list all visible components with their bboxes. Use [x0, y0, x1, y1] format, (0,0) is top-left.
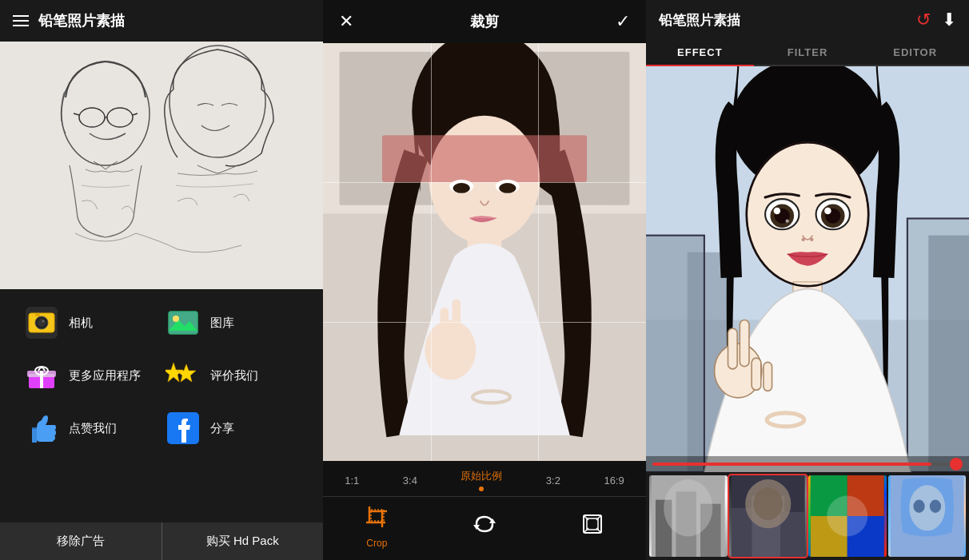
effect-actions: ↺ ⬇: [916, 10, 956, 30]
effect-app-title: 铅笔照片素描: [659, 11, 740, 30]
remove-ads-button[interactable]: 移除广告: [0, 522, 162, 560]
svg-point-69: [774, 208, 780, 214]
ratio-3-2[interactable]: 3:2: [546, 475, 560, 487]
sketch-svg: [0, 42, 323, 289]
svg-point-76: [810, 238, 813, 241]
svg-point-75: [802, 238, 805, 241]
svg-rect-25: [32, 427, 37, 429]
svg-rect-61: [928, 236, 969, 472]
svg-point-36: [499, 183, 516, 193]
action-item-camera[interactable]: 相机: [24, 305, 158, 340]
ratio-bar: 1:1 3:4 原始比例 3:2 16:9: [323, 461, 646, 496]
crop-close-button[interactable]: ✕: [339, 11, 353, 32]
svg-point-70: [785, 220, 788, 223]
more-apps-label: 更多应用程序: [69, 368, 141, 383]
action-item-gallery[interactable]: 图库: [165, 305, 299, 340]
bottom-buttons: 移除广告 购买 Hd Pack: [0, 522, 323, 560]
camera-icon: [24, 305, 59, 340]
crop-tool-rotate[interactable]: [473, 512, 496, 542]
svg-marker-24: [177, 364, 196, 382]
svg-rect-13: [35, 313, 40, 316]
effect-slider-track[interactable]: [652, 463, 963, 466]
thumb-city-comic[interactable]: [729, 475, 808, 557]
undo-button[interactable]: ↺: [916, 10, 931, 30]
svg-rect-41: [464, 333, 473, 363]
tab-editor[interactable]: EDITOR: [861, 40, 969, 65]
like-label: 点赞我们: [69, 421, 117, 436]
gift-icon: [24, 358, 59, 393]
effect-header: 铅笔照片素描 ↺ ⬇: [646, 0, 969, 40]
thumb-bw-city[interactable]: [649, 475, 728, 557]
share-label: 分享: [210, 421, 234, 436]
gallery-label: 图库: [210, 316, 234, 331]
svg-rect-32: [382, 135, 587, 182]
tab-effect[interactable]: EFFECT: [646, 40, 754, 65]
thumb-anime[interactable]: [888, 475, 967, 557]
action-item-like[interactable]: 点赞我们: [24, 411, 158, 446]
crop-image-area[interactable]: [323, 43, 646, 461]
effect-slider-thumb[interactable]: [950, 458, 963, 471]
expand-icon: [580, 512, 604, 542]
effect-main-image: [646, 66, 969, 472]
app-title-left: 铅笔照片素描: [38, 11, 125, 30]
action-grid: 相机 图库: [0, 289, 323, 462]
ratio-active-dot: [479, 487, 484, 491]
rate-label: 评价我们: [210, 368, 258, 383]
thumb-color-pop[interactable]: [808, 475, 887, 557]
svg-rect-40: [452, 299, 461, 341]
crop-confirm-button[interactable]: ✓: [616, 11, 630, 32]
svg-point-101: [827, 496, 867, 537]
svg-rect-79: [728, 328, 738, 369]
action-item-share[interactable]: 分享: [165, 411, 299, 446]
crop-tool-crop[interactable]: Crop: [365, 505, 389, 549]
camera-label: 相机: [69, 316, 93, 331]
svg-rect-81: [752, 358, 761, 390]
tab-filter[interactable]: FILTER: [754, 40, 862, 65]
buy-hd-button[interactable]: 购买 Hd Pack: [162, 522, 324, 560]
rotate-icon: [473, 512, 496, 542]
ratio-3-4[interactable]: 3:4: [403, 475, 417, 487]
effect-slider-row: [646, 456, 969, 472]
ratio-1-1[interactable]: 1:1: [345, 475, 359, 487]
action-item-more-apps[interactable]: 更多应用程序: [24, 358, 158, 393]
svg-point-89: [664, 479, 712, 536]
left-header: 铅笔照片素描: [0, 0, 323, 42]
crop-header: ✕ 裁剪 ✓: [323, 0, 646, 43]
crop-tool-crop-label: Crop: [366, 538, 387, 549]
effect-thumbnails: [646, 472, 969, 560]
svg-rect-39: [440, 308, 449, 346]
facebook-icon: [165, 411, 201, 446]
ratio-16-9[interactable]: 16:9: [604, 475, 624, 487]
svg-rect-20: [40, 371, 43, 388]
svg-point-34: [453, 183, 470, 193]
effect-slider-fill: [652, 463, 931, 466]
svg-point-74: [824, 208, 831, 214]
svg-point-95: [753, 487, 783, 520]
svg-point-12: [42, 320, 45, 323]
svg-rect-80: [740, 320, 749, 367]
crop-icon: [365, 505, 389, 534]
svg-point-17: [173, 316, 179, 322]
save-button[interactable]: ⬇: [942, 10, 956, 30]
crop-panel: ✕ 裁剪 ✓: [323, 0, 646, 560]
crop-title: 裁剪: [470, 12, 499, 31]
svg-rect-82: [764, 362, 772, 391]
crop-tools: Crop: [323, 496, 646, 560]
gallery-icon: [165, 305, 201, 340]
svg-rect-0: [2, 42, 321, 289]
svg-rect-51: [587, 518, 598, 530]
star-icon: [165, 358, 201, 393]
ratio-original[interactable]: 原始比例: [461, 469, 502, 491]
thumbsup-icon: [24, 411, 59, 446]
effect-tabs: EFFECT FILTER EDITOR: [646, 40, 969, 66]
hamburger-icon[interactable]: [13, 15, 29, 26]
left-panel: 铅笔照片素描: [0, 0, 323, 560]
svg-point-11: [38, 319, 46, 327]
crop-photo: [323, 43, 646, 461]
sketch-preview: [0, 42, 323, 289]
crop-tool-expand[interactable]: [580, 512, 604, 542]
effect-panel: 铅笔照片素描 ↺ ⬇ EFFECT FILTER EDITOR: [646, 0, 969, 560]
action-item-rate[interactable]: 评价我们: [165, 358, 299, 393]
